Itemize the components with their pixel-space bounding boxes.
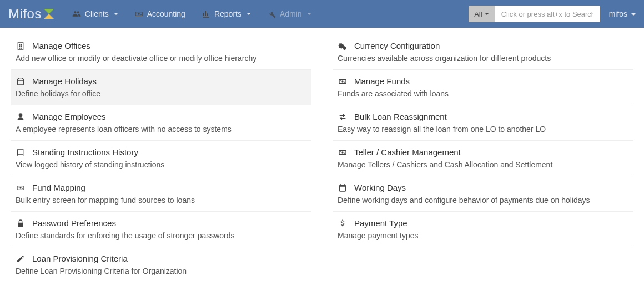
admin-item-title-row: Fund Mapping [16,183,306,192]
admin-item-title-row: Manage Funds [338,76,628,86]
admin-item-title: Standing Instructions History [32,147,138,157]
book-icon [16,148,26,157]
building-icon [16,42,26,50]
admin-item-title: Working Days [354,183,406,192]
admin-item-title: Password Preferences [32,218,116,228]
money-icon [338,148,348,157]
navbar: Mifos Clients Accounting Reports Admin A… [0,0,644,28]
admin-item-title-row: Working Days [338,183,628,192]
nav-clients-label: Clients [85,0,109,28]
admin-item-title: Loan Provisioning Criteria [32,254,128,263]
admin-item-loan-provisioning-criteria[interactable]: Loan Provisioning CriteriaDefine Loan Pr… [11,247,311,281]
search-input[interactable] [495,6,600,22]
admin-item-desc: Define standards for enforcing the usage… [16,231,306,240]
admin-item-title: Manage Holidays [32,76,97,86]
admin-item-title-row: Manage Holidays [16,76,306,86]
admin-item-title-row: Manage Employees [16,112,306,121]
admin-item-title-row: Teller / Cashier Management [338,147,628,157]
admin-item-desc: Add new office or modify or deactivate o… [16,54,306,63]
admin-item-teller-cashier-management[interactable]: Teller / Cashier ManagementManage Teller… [333,141,633,176]
admin-item-working-days[interactable]: Working DaysDefine working days and conf… [333,176,633,212]
admin-content: Manage OfficesAdd new office or modify o… [0,28,644,281]
lock-icon [16,219,26,228]
user-menu[interactable]: mifos [609,9,636,18]
admin-item-title: Payment Type [354,218,407,228]
admin-column-left: Manage OfficesAdd new office or modify o… [11,34,311,281]
nav-right: All mifos [469,6,636,22]
admin-item-title: Manage Funds [354,76,410,86]
brand-logo-icon [44,9,54,19]
nav-reports[interactable]: Reports [193,0,259,28]
admin-item-fund-mapping[interactable]: Fund MappingBulk entry screen for mappin… [11,176,311,212]
admin-item-desc: Bulk entry screen for mapping fund sourc… [16,196,306,205]
admin-item-title: Teller / Cashier Management [354,147,461,157]
caret-icon [307,13,311,15]
admin-item-title-row: Manage Offices [16,41,306,50]
wrench-icon [266,9,276,18]
admin-item-desc: Easy way to reassign all the loan from o… [338,125,628,134]
admin-item-desc: Define Loan Provisioning Criteria for Or… [16,267,306,275]
caret-icon [631,13,636,16]
admin-item-desc: Define holidays for office [16,89,306,98]
caret-icon [485,13,489,15]
money-icon [338,77,348,86]
search-filter-button[interactable]: All [469,6,494,22]
nav-accounting[interactable]: Accounting [126,0,193,28]
chart-icon [201,9,211,18]
nav-admin[interactable]: Admin [259,0,319,28]
nav-admin-label: Admin [280,0,302,28]
admin-item-standing-instructions-history[interactable]: Standing Instructions HistoryView logged… [11,141,311,176]
calendar-icon [16,77,26,86]
edit-icon [16,254,26,263]
exchange-icon [338,113,348,121]
admin-item-desc: Manage payment types [338,231,628,240]
admin-item-currency-configuration[interactable]: Currency ConfigurationCurrencies availab… [333,34,633,70]
brand[interactable]: Mifos [8,6,54,22]
admin-item-manage-employees[interactable]: Manage EmployeesA employee represents lo… [11,105,311,141]
admin-item-title-row: Bulk Loan Reassignment [338,112,628,121]
admin-column-right: Currency ConfigurationCurrencies availab… [333,34,633,281]
cogs-icon [338,42,348,50]
admin-item-desc: Manage Tellers / Cashiers and Cash Alloc… [338,160,628,169]
caret-icon [246,13,251,15]
user-icon [16,113,26,121]
admin-item-desc: Currencies available across organization… [338,54,628,63]
users-icon [72,9,82,18]
admin-item-title: Manage Offices [32,41,90,50]
admin-item-manage-offices[interactable]: Manage OfficesAdd new office or modify o… [11,34,311,70]
admin-item-desc: Funds are associated with loans [338,89,628,98]
admin-item-title: Fund Mapping [32,183,85,192]
admin-item-title: Manage Employees [32,112,106,121]
calendar-icon [338,183,348,192]
admin-item-title-row: Standing Instructions History [16,147,306,157]
admin-item-manage-holidays[interactable]: Manage HolidaysDefine holidays for offic… [11,70,311,105]
caret-icon [114,13,118,15]
admin-item-desc: Define working days and configure behavi… [338,196,628,205]
brand-text: Mifos [8,6,42,22]
admin-item-password-preferences[interactable]: Password PreferencesDefine standards for… [11,212,311,247]
admin-item-bulk-loan-reassignment[interactable]: Bulk Loan ReassignmentEasy way to reassi… [333,105,633,141]
nav-clients[interactable]: Clients [64,0,126,28]
nav-accounting-label: Accounting [147,0,185,28]
admin-item-title-row: Password Preferences [16,218,306,228]
admin-item-title-row: Loan Provisioning Criteria [16,254,306,263]
admin-item-title-row: Currency Configuration [338,41,628,50]
admin-item-title: Bulk Loan Reassignment [354,112,447,121]
admin-item-title-row: Payment Type [338,218,628,228]
admin-item-title: Currency Configuration [354,41,440,50]
search-filter-label: All [474,10,482,18]
admin-item-manage-funds[interactable]: Manage FundsFunds are associated with lo… [333,70,633,105]
search-wrap: All [469,6,600,22]
money-icon [134,9,144,18]
admin-item-payment-type[interactable]: Payment TypeManage payment types [333,212,633,247]
user-menu-label: mifos [609,9,627,18]
dollar-icon [338,219,348,228]
nav-reports-label: Reports [214,0,242,28]
admin-item-desc: A employee represents loan officers with… [16,125,306,134]
money-icon [16,183,26,192]
nav-primary: Clients Accounting Reports Admin [64,0,319,28]
admin-item-desc: View logged history of standing instruct… [16,160,306,169]
